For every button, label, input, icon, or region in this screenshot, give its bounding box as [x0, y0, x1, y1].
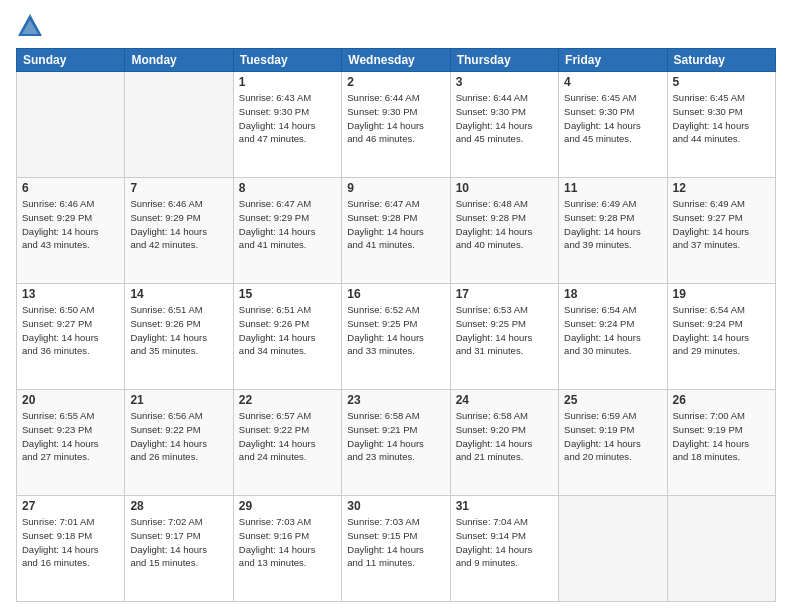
calendar-cell: 12Sunrise: 6:49 AM Sunset: 9:27 PM Dayli… [667, 178, 775, 284]
day-number: 17 [456, 287, 553, 301]
day-info: Sunrise: 6:51 AM Sunset: 9:26 PM Dayligh… [130, 303, 227, 358]
calendar-table: SundayMondayTuesdayWednesdayThursdayFrid… [16, 48, 776, 602]
day-number: 1 [239, 75, 336, 89]
day-info: Sunrise: 6:59 AM Sunset: 9:19 PM Dayligh… [564, 409, 661, 464]
calendar-cell: 25Sunrise: 6:59 AM Sunset: 9:19 PM Dayli… [559, 390, 667, 496]
day-info: Sunrise: 6:48 AM Sunset: 9:28 PM Dayligh… [456, 197, 553, 252]
day-info: Sunrise: 6:47 AM Sunset: 9:29 PM Dayligh… [239, 197, 336, 252]
day-info: Sunrise: 6:49 AM Sunset: 9:28 PM Dayligh… [564, 197, 661, 252]
calendar-cell: 24Sunrise: 6:58 AM Sunset: 9:20 PM Dayli… [450, 390, 558, 496]
day-number: 12 [673, 181, 770, 195]
calendar-cell: 31Sunrise: 7:04 AM Sunset: 9:14 PM Dayli… [450, 496, 558, 602]
calendar-cell: 29Sunrise: 7:03 AM Sunset: 9:16 PM Dayli… [233, 496, 341, 602]
calendar-cell: 21Sunrise: 6:56 AM Sunset: 9:22 PM Dayli… [125, 390, 233, 496]
weekday-header-thursday: Thursday [450, 49, 558, 72]
day-number: 27 [22, 499, 119, 513]
logo [16, 12, 48, 40]
day-info: Sunrise: 6:58 AM Sunset: 9:20 PM Dayligh… [456, 409, 553, 464]
day-info: Sunrise: 6:58 AM Sunset: 9:21 PM Dayligh… [347, 409, 444, 464]
day-info: Sunrise: 7:03 AM Sunset: 9:15 PM Dayligh… [347, 515, 444, 570]
day-number: 7 [130, 181, 227, 195]
calendar-cell: 15Sunrise: 6:51 AM Sunset: 9:26 PM Dayli… [233, 284, 341, 390]
day-number: 8 [239, 181, 336, 195]
calendar-cell [559, 496, 667, 602]
day-info: Sunrise: 6:52 AM Sunset: 9:25 PM Dayligh… [347, 303, 444, 358]
day-info: Sunrise: 6:46 AM Sunset: 9:29 PM Dayligh… [22, 197, 119, 252]
calendar-cell: 6Sunrise: 6:46 AM Sunset: 9:29 PM Daylig… [17, 178, 125, 284]
calendar-week-row: 6Sunrise: 6:46 AM Sunset: 9:29 PM Daylig… [17, 178, 776, 284]
weekday-header-saturday: Saturday [667, 49, 775, 72]
day-number: 10 [456, 181, 553, 195]
day-number: 2 [347, 75, 444, 89]
day-number: 11 [564, 181, 661, 195]
day-info: Sunrise: 7:01 AM Sunset: 9:18 PM Dayligh… [22, 515, 119, 570]
calendar-week-row: 13Sunrise: 6:50 AM Sunset: 9:27 PM Dayli… [17, 284, 776, 390]
calendar-week-row: 20Sunrise: 6:55 AM Sunset: 9:23 PM Dayli… [17, 390, 776, 496]
day-info: Sunrise: 7:03 AM Sunset: 9:16 PM Dayligh… [239, 515, 336, 570]
calendar-cell: 18Sunrise: 6:54 AM Sunset: 9:24 PM Dayli… [559, 284, 667, 390]
weekday-header-monday: Monday [125, 49, 233, 72]
calendar-cell [17, 72, 125, 178]
calendar-cell: 23Sunrise: 6:58 AM Sunset: 9:21 PM Dayli… [342, 390, 450, 496]
calendar-week-row: 1Sunrise: 6:43 AM Sunset: 9:30 PM Daylig… [17, 72, 776, 178]
day-number: 23 [347, 393, 444, 407]
day-info: Sunrise: 6:53 AM Sunset: 9:25 PM Dayligh… [456, 303, 553, 358]
calendar-cell: 8Sunrise: 6:47 AM Sunset: 9:29 PM Daylig… [233, 178, 341, 284]
calendar-cell: 22Sunrise: 6:57 AM Sunset: 9:22 PM Dayli… [233, 390, 341, 496]
logo-icon [16, 12, 44, 40]
weekday-header-sunday: Sunday [17, 49, 125, 72]
calendar-cell: 26Sunrise: 7:00 AM Sunset: 9:19 PM Dayli… [667, 390, 775, 496]
day-info: Sunrise: 7:02 AM Sunset: 9:17 PM Dayligh… [130, 515, 227, 570]
day-number: 6 [22, 181, 119, 195]
calendar-cell: 3Sunrise: 6:44 AM Sunset: 9:30 PM Daylig… [450, 72, 558, 178]
day-number: 24 [456, 393, 553, 407]
calendar-cell: 1Sunrise: 6:43 AM Sunset: 9:30 PM Daylig… [233, 72, 341, 178]
day-number: 20 [22, 393, 119, 407]
day-number: 29 [239, 499, 336, 513]
calendar-cell: 17Sunrise: 6:53 AM Sunset: 9:25 PM Dayli… [450, 284, 558, 390]
day-info: Sunrise: 6:44 AM Sunset: 9:30 PM Dayligh… [347, 91, 444, 146]
calendar-cell: 28Sunrise: 7:02 AM Sunset: 9:17 PM Dayli… [125, 496, 233, 602]
calendar-cell [667, 496, 775, 602]
day-number: 28 [130, 499, 227, 513]
day-number: 21 [130, 393, 227, 407]
calendar-cell [125, 72, 233, 178]
page: SundayMondayTuesdayWednesdayThursdayFrid… [0, 0, 792, 612]
calendar-cell: 4Sunrise: 6:45 AM Sunset: 9:30 PM Daylig… [559, 72, 667, 178]
day-number: 26 [673, 393, 770, 407]
day-number: 18 [564, 287, 661, 301]
day-info: Sunrise: 6:57 AM Sunset: 9:22 PM Dayligh… [239, 409, 336, 464]
day-number: 9 [347, 181, 444, 195]
day-info: Sunrise: 6:44 AM Sunset: 9:30 PM Dayligh… [456, 91, 553, 146]
day-number: 13 [22, 287, 119, 301]
day-number: 3 [456, 75, 553, 89]
day-number: 22 [239, 393, 336, 407]
calendar-cell: 11Sunrise: 6:49 AM Sunset: 9:28 PM Dayli… [559, 178, 667, 284]
day-info: Sunrise: 6:51 AM Sunset: 9:26 PM Dayligh… [239, 303, 336, 358]
calendar-cell: 2Sunrise: 6:44 AM Sunset: 9:30 PM Daylig… [342, 72, 450, 178]
header [16, 12, 776, 40]
weekday-header-friday: Friday [559, 49, 667, 72]
day-info: Sunrise: 6:47 AM Sunset: 9:28 PM Dayligh… [347, 197, 444, 252]
day-number: 4 [564, 75, 661, 89]
calendar-cell: 14Sunrise: 6:51 AM Sunset: 9:26 PM Dayli… [125, 284, 233, 390]
weekday-header-tuesday: Tuesday [233, 49, 341, 72]
day-number: 15 [239, 287, 336, 301]
calendar-cell: 7Sunrise: 6:46 AM Sunset: 9:29 PM Daylig… [125, 178, 233, 284]
day-info: Sunrise: 6:49 AM Sunset: 9:27 PM Dayligh… [673, 197, 770, 252]
calendar-cell: 16Sunrise: 6:52 AM Sunset: 9:25 PM Dayli… [342, 284, 450, 390]
calendar-cell: 5Sunrise: 6:45 AM Sunset: 9:30 PM Daylig… [667, 72, 775, 178]
calendar-cell: 19Sunrise: 6:54 AM Sunset: 9:24 PM Dayli… [667, 284, 775, 390]
day-number: 30 [347, 499, 444, 513]
day-info: Sunrise: 7:00 AM Sunset: 9:19 PM Dayligh… [673, 409, 770, 464]
calendar-cell: 13Sunrise: 6:50 AM Sunset: 9:27 PM Dayli… [17, 284, 125, 390]
day-info: Sunrise: 6:54 AM Sunset: 9:24 PM Dayligh… [564, 303, 661, 358]
day-info: Sunrise: 6:54 AM Sunset: 9:24 PM Dayligh… [673, 303, 770, 358]
day-info: Sunrise: 6:46 AM Sunset: 9:29 PM Dayligh… [130, 197, 227, 252]
weekday-header-row: SundayMondayTuesdayWednesdayThursdayFrid… [17, 49, 776, 72]
calendar-cell: 20Sunrise: 6:55 AM Sunset: 9:23 PM Dayli… [17, 390, 125, 496]
day-number: 19 [673, 287, 770, 301]
calendar-cell: 27Sunrise: 7:01 AM Sunset: 9:18 PM Dayli… [17, 496, 125, 602]
day-number: 25 [564, 393, 661, 407]
calendar-cell: 30Sunrise: 7:03 AM Sunset: 9:15 PM Dayli… [342, 496, 450, 602]
